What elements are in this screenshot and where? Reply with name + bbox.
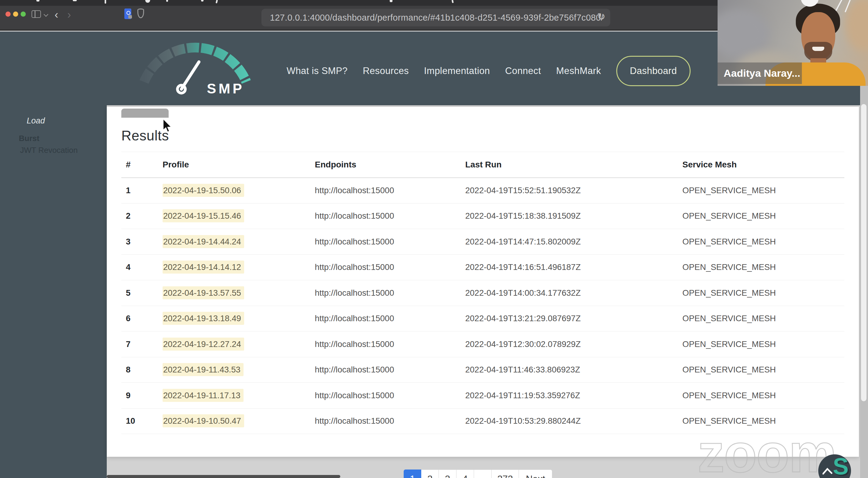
page-button-2[interactable]: 2 [421, 470, 439, 478]
cell-endpoint: http://localhost:15000 [310, 280, 461, 306]
table-row[interactable]: 12022-04-19-15.50.06http://localhost:150… [121, 178, 844, 203]
cell-service-mesh: OPEN_SERVICE_MESH [678, 229, 844, 255]
cell-endpoint: http://localhost:15000 [310, 331, 461, 357]
cell-last-run: 2022-04-19T11:46:33.806923Z [461, 357, 678, 383]
sidebar-item-burst[interactable]: Burst [19, 134, 39, 143]
profile-link[interactable]: 2022-04-19-12.27.24 [162, 338, 244, 351]
cell-profile[interactable]: 2022-04-19-12.27.24 [158, 331, 310, 357]
nav-item-what-is-smp[interactable]: What is SMP? [287, 65, 347, 76]
page-button-272[interactable]: 272 [492, 470, 519, 478]
page-button-ellipsis[interactable]: … [474, 470, 492, 478]
cell-last-run: 2022-04-19T15:18:38.191509Z [461, 203, 678, 229]
cell-profile[interactable]: 2022-04-19-15.15.46 [158, 203, 310, 229]
minimize-window-button[interactable] [13, 11, 18, 17]
sidebar-item-jwt-revocation[interactable]: JWT Revocation [20, 146, 78, 155]
cell-last-run: 2022-04-19T15:52:51.190532Z [461, 178, 678, 203]
cell-endpoint: http://localhost:15000 [310, 178, 461, 203]
table-row[interactable]: 42022-04-19-14.14.12http://localhost:150… [121, 254, 844, 280]
password-extension-icon[interactable] [124, 8, 131, 19]
forward-icon[interactable]: › [67, 8, 71, 22]
cell-last-run: 2022-04-19T12:30:02.078929Z [461, 331, 678, 357]
back-icon[interactable]: ‹ [55, 8, 58, 22]
person-smile [812, 47, 824, 51]
results-card: Results #ProfileEndpointsLast RunService… [107, 107, 859, 457]
mouse-cursor [162, 119, 175, 133]
sidebar-column [0, 105, 107, 478]
profile-link[interactable]: 2022-04-19-14.14.12 [162, 260, 244, 274]
cell-index: 6 [121, 306, 158, 331]
cell-profile[interactable]: 2022-04-19-10.50.47 [158, 408, 310, 434]
column-header-last-run: Last Run [461, 152, 678, 178]
nav-item-connect[interactable]: Connect [505, 65, 541, 76]
cell-endpoint: http://localhost:15000 [310, 383, 461, 409]
table-row[interactable]: 32022-04-19-14.44.24http://localhost:150… [121, 229, 844, 255]
close-window-button[interactable] [5, 11, 11, 17]
participant-name: Aaditya Naray... [718, 67, 800, 79]
cell-service-mesh: OPEN_SERVICE_MESH [678, 178, 844, 203]
table-row[interactable]: 52022-04-19-13.57.55http://localhost:150… [121, 280, 844, 306]
cell-last-run: 2022-04-19T14:00:34.177632Z [461, 280, 678, 306]
table-row[interactable]: 82022-04-19-11.43.53http://localhost:150… [121, 357, 844, 383]
annotation-stroke [835, 0, 842, 11]
horizontal-scrollbar-thumb[interactable] [107, 475, 340, 478]
cell-profile[interactable]: 2022-04-19-11.17.13 [158, 383, 310, 409]
smp-gauge-logo[interactable]: SMP [136, 41, 256, 105]
profile-link[interactable]: 2022-04-19-13.57.55 [162, 286, 244, 299]
nav-item-dashboard[interactable]: Dashboard [616, 56, 690, 86]
nav-item-meshmark[interactable]: MeshMark [556, 65, 601, 76]
shield-extension-icon[interactable] [137, 8, 144, 18]
page-button-1[interactable]: 1 [404, 470, 421, 478]
cell-profile[interactable]: 2022-04-19-15.50.06 [158, 178, 310, 203]
sidebar-toggle-icon[interactable] [32, 10, 41, 18]
zoom-watermark: zoom [698, 422, 836, 478]
scrolled-tab-remnant [121, 108, 168, 118]
page-title: Results [121, 127, 844, 144]
cell-profile[interactable]: 2022-04-19-13.18.49 [158, 306, 310, 331]
vertical-scrollbar-thumb[interactable] [861, 104, 866, 401]
table-row[interactable]: 72022-04-19-12.27.24http://localhost:150… [121, 331, 844, 357]
cell-endpoint: http://localhost:15000 [310, 306, 461, 331]
profile-link[interactable]: 2022-04-19-14.44.24 [162, 235, 244, 248]
profile-link[interactable]: 2022-04-19-11.17.13 [162, 389, 244, 402]
cell-service-mesh: OPEN_SERVICE_MESH [678, 383, 844, 409]
badge-letter: S [833, 452, 848, 478]
profile-link[interactable]: 2022-04-19-15.50.06 [162, 184, 244, 197]
table-row[interactable]: 22022-04-19-15.15.46http://localhost:150… [121, 203, 844, 229]
page-button-4[interactable]: 4 [457, 470, 474, 478]
page-button-3[interactable]: 3 [439, 470, 457, 478]
nav-item-resources[interactable]: Resources [363, 65, 409, 76]
vertical-scrollbar[interactable] [860, 86, 868, 478]
cell-profile[interactable]: 2022-04-19-14.44.24 [158, 229, 310, 255]
cell-last-run: 2022-04-19T11:19:53.359276Z [461, 383, 678, 409]
cell-index: 1 [121, 178, 158, 203]
zoom-window-button[interactable] [21, 11, 26, 17]
chevron-down-icon[interactable] [44, 12, 49, 17]
next-page-button[interactable]: Next [519, 470, 552, 478]
sidebar-item-load[interactable]: Load [27, 116, 45, 126]
cell-last-run: 2022-04-19T13:21:29.087697Z [461, 306, 678, 331]
profile-link[interactable]: 2022-04-19-11.43.53 [162, 363, 244, 376]
cell-service-mesh: OPEN_SERVICE_MESH [678, 357, 844, 383]
table-row[interactable]: 62022-04-19-13.18.49http://localhost:150… [121, 306, 844, 331]
table-row[interactable]: 92022-04-19-11.17.13http://localhost:150… [121, 383, 844, 409]
cell-profile[interactable]: 2022-04-19-13.57.55 [158, 280, 310, 306]
profile-link[interactable]: 2022-04-19-15.15.46 [162, 209, 244, 222]
profile-link[interactable]: 2022-04-19-13.18.49 [162, 312, 244, 325]
reload-icon[interactable]: ↻ [597, 11, 606, 23]
address-bar[interactable]: 127.0.0.1:4000/dashboard/performance/#41… [261, 9, 610, 26]
cell-profile[interactable]: 2022-04-19-11.43.53 [158, 357, 310, 383]
nav-item-implementation[interactable]: Implementation [424, 65, 490, 76]
cell-endpoint: http://localhost:15000 [310, 203, 461, 229]
cell-index: 3 [121, 229, 158, 255]
profile-link[interactable]: 2022-04-19-10.50.47 [162, 414, 244, 427]
brand-text: SMP [207, 81, 244, 96]
column-header-service-mesh: Service Mesh [678, 152, 844, 178]
gauge-arc [144, 47, 246, 82]
cell-service-mesh: OPEN_SERVICE_MESH [678, 203, 844, 229]
cell-profile[interactable]: 2022-04-19-14.14.12 [158, 254, 310, 280]
cell-index: 2 [121, 203, 158, 229]
cell-index: 10 [121, 408, 158, 434]
table-header-row: #ProfileEndpointsLast RunService Mesh [121, 152, 844, 178]
column-header-: # [121, 152, 158, 178]
address-bar-url[interactable]: 127.0.0.1:4000/dashboard/performance/#41… [261, 13, 603, 23]
